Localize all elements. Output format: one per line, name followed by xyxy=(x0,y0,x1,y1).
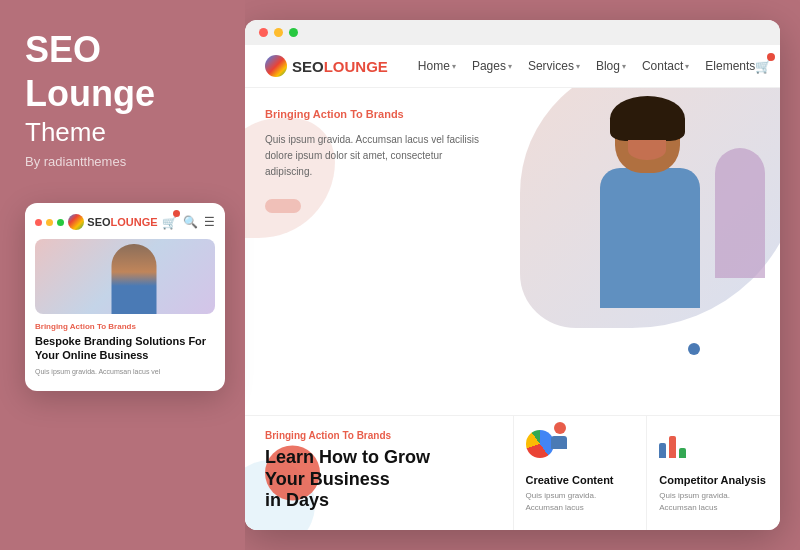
mobile-body-text: Quis ipsum gravida. Accumsan lacus vel xyxy=(35,367,215,377)
chart-bar-3 xyxy=(679,448,686,458)
nav-blog-chevron: ▾ xyxy=(622,62,626,71)
person-hair xyxy=(610,96,685,141)
chart-bar-1 xyxy=(659,443,666,458)
mobile-window-dots xyxy=(35,219,64,226)
nav-pages-chevron: ▾ xyxy=(508,62,512,71)
mobile-person-silhouette xyxy=(112,244,157,314)
bottom-heading: Learn How to Grow Your Business in Days xyxy=(265,447,493,512)
mobile-search-icon: 🔍 xyxy=(183,215,198,229)
mobile-dot-red xyxy=(35,219,42,226)
theme-by: By radiantthemes xyxy=(25,154,220,169)
hero-person-image xyxy=(540,88,770,308)
site-logo[interactable]: SEOLOUNGE xyxy=(265,55,388,77)
theme-title-line2: Lounge xyxy=(25,74,220,114)
creative-content-title: Creative Content xyxy=(526,474,635,486)
browser-chrome-bar xyxy=(245,20,780,45)
competitor-analysis-text: Quis ipsum gravida. Accumsan lacus xyxy=(659,490,768,514)
theme-title: SEO Lounge xyxy=(25,30,220,117)
nav-right-actions: 🛒 🔍 xyxy=(755,57,780,75)
mobile-brand-tag: Bringing Action To Brands xyxy=(35,322,215,331)
hero-body-text: Quis ipsum gravida. Accumsan lacus vel f… xyxy=(265,132,485,180)
nav-services[interactable]: Services▾ xyxy=(528,59,580,73)
dot-blue-decoration xyxy=(688,343,700,355)
nav-contact-chevron: ▾ xyxy=(685,62,689,71)
mobile-menu-icon: ☰ xyxy=(204,215,215,229)
mobile-card-header: SEOLOUNGE 🛒 🔍 ☰ xyxy=(35,213,215,231)
bottom-heading-line1: Learn How to Grow xyxy=(265,447,493,469)
creative-content-text: Quis ipsum gravida. Accumsan lacus xyxy=(526,490,635,514)
browser-dot-red xyxy=(259,28,268,37)
competitor-analysis-icon xyxy=(659,430,697,468)
nav-home[interactable]: Home▾ xyxy=(418,59,456,73)
mobile-hero-heading: Bespoke Branding Solutions For Your Onli… xyxy=(35,334,215,363)
theme-title-line1: SEO xyxy=(25,30,220,70)
bottom-heading-line3: in Days xyxy=(265,490,493,512)
feature-cards: Creative Content Quis ipsum gravida. Acc… xyxy=(513,416,781,530)
hero-section: Bringing Action To Brands Quis ipsum gra… xyxy=(245,88,780,415)
bottom-heading-line2: Your Business xyxy=(265,469,493,491)
bottom-hero-content: Bringing Action To Brands Learn How to G… xyxy=(245,416,513,530)
mobile-dot-green xyxy=(57,219,64,226)
left-panel: SEO Lounge Theme By radiantthemes SEOLOU… xyxy=(0,0,245,550)
site-nav: SEOLOUNGE Home▾ Pages▾ Services▾ Blog▾ C… xyxy=(245,45,780,88)
site-logo-icon xyxy=(265,55,287,77)
mobile-logo-icon xyxy=(68,214,84,230)
nav-home-chevron: ▾ xyxy=(452,62,456,71)
nav-links: Home▾ Pages▾ Services▾ Blog▾ Contact▾ El… xyxy=(418,59,755,73)
mobile-hero-image xyxy=(35,239,215,314)
browser-window: SEOLOUNGE Home▾ Pages▾ Services▾ Blog▾ C… xyxy=(245,20,780,530)
figure-body xyxy=(551,436,567,449)
mobile-preview-card: SEOLOUNGE 🛒 🔍 ☰ Bringing Action To Brand… xyxy=(25,203,225,390)
hero-brand-tag: Bringing Action To Brands xyxy=(265,108,519,120)
nav-services-chevron: ▾ xyxy=(576,62,580,71)
nav-blog[interactable]: Blog▾ xyxy=(596,59,626,73)
bottom-section: Bringing Action To Brands Learn How to G… xyxy=(245,415,780,530)
competitor-bar-chart-icon xyxy=(659,430,697,458)
theme-subtitle: Theme xyxy=(25,117,220,148)
creative-pie-chart-icon xyxy=(526,430,554,458)
hero-left-content: Bringing Action To Brands Quis ipsum gra… xyxy=(245,88,539,415)
cart-badge-dot xyxy=(173,210,180,217)
nav-cart-badge xyxy=(767,53,775,61)
hero-cta-button[interactable] xyxy=(265,199,301,213)
bottom-brand-tag: Bringing Action To Brands xyxy=(265,430,493,441)
browser-content-layout: SEOLOUNGE Home▾ Pages▾ Services▾ Blog▾ C… xyxy=(245,45,780,530)
feature-card-competitor: Competitor Analysis Quis ipsum gravida. … xyxy=(647,416,780,530)
browser-dot-yellow xyxy=(274,28,283,37)
browser-dot-green xyxy=(289,28,298,37)
chart-bar-2 xyxy=(669,436,676,458)
bg-person xyxy=(715,148,765,278)
person-smile xyxy=(628,140,666,160)
creative-content-icon xyxy=(526,430,564,468)
mobile-logo: SEOLOUNGE xyxy=(68,214,157,230)
logo-lounge: LOUNGE xyxy=(324,58,388,75)
figure-head xyxy=(554,422,566,434)
nav-pages[interactable]: Pages▾ xyxy=(472,59,512,73)
creative-figure-icon xyxy=(551,422,569,447)
nav-contact[interactable]: Contact▾ xyxy=(642,59,689,73)
person-shirt xyxy=(600,168,700,308)
competitor-analysis-title: Competitor Analysis xyxy=(659,474,768,486)
nav-cart-icon[interactable]: 🛒 xyxy=(755,57,771,75)
feature-card-creative: Creative Content Quis ipsum gravida. Acc… xyxy=(514,416,648,530)
mobile-nav-icons: 🛒 🔍 ☰ xyxy=(162,213,215,231)
nav-elements[interactable]: Elements xyxy=(705,59,755,73)
mobile-dot-yellow xyxy=(46,219,53,226)
mobile-cart-icon: 🛒 xyxy=(162,213,177,231)
logo-seo: SEO xyxy=(292,58,324,75)
